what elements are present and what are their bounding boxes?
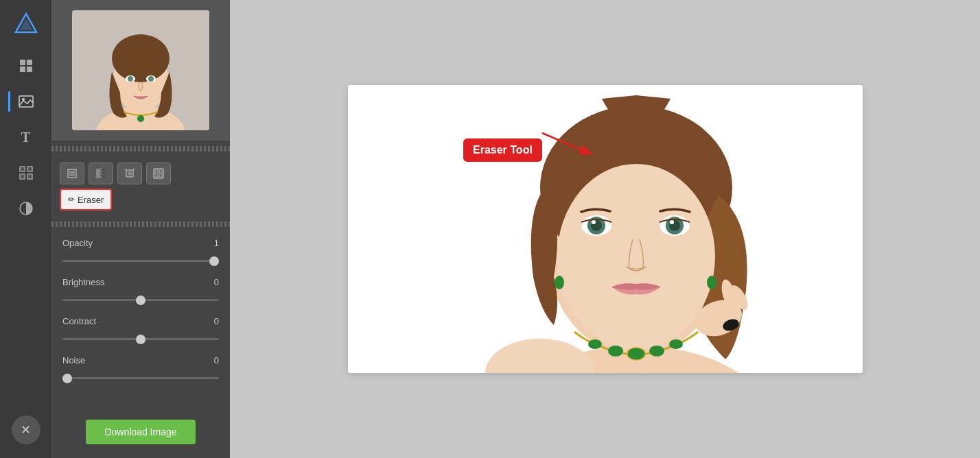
app-logo[interactable] bbox=[11, 8, 41, 38]
svg-point-58 bbox=[555, 276, 564, 289]
eraser-icon: ✏ bbox=[68, 195, 75, 204]
svg-rect-2 bbox=[20, 60, 25, 65]
opacity-label: Opacity bbox=[62, 238, 93, 248]
opacity-slider-row: Opacity 1 bbox=[62, 238, 219, 265]
eraser-tool-button[interactable]: ✏ Eraser bbox=[60, 189, 112, 210]
svg-point-64 bbox=[669, 339, 683, 349]
svg-rect-15 bbox=[28, 175, 32, 178]
panel-separator-1 bbox=[51, 146, 230, 152]
svg-point-24 bbox=[128, 76, 133, 82]
svg-line-35 bbox=[133, 169, 135, 170]
main-canvas: Eraser Tool bbox=[230, 0, 980, 458]
svg-rect-29 bbox=[96, 169, 100, 178]
noise-label: Noise bbox=[62, 355, 85, 365]
eraser-button-label: Eraser bbox=[78, 195, 104, 205]
svg-point-57 bbox=[670, 220, 674, 224]
canvas-area[interactable] bbox=[348, 85, 863, 373]
contrast-slider[interactable] bbox=[62, 338, 219, 340]
svg-rect-12 bbox=[21, 167, 24, 171]
sidebar-item-image[interactable] bbox=[11, 86, 41, 117]
svg-point-49 bbox=[557, 164, 715, 349]
left-panel: ✏ Eraser Opacity 1 Brightness 0 Contract… bbox=[51, 0, 230, 458]
svg-rect-30 bbox=[102, 169, 106, 178]
brightness-slider[interactable] bbox=[62, 299, 219, 301]
contrast-slider-row: Contract 0 bbox=[62, 316, 219, 343]
tool-buttons-row: ✏ Eraser bbox=[51, 157, 230, 216]
noise-value: 0 bbox=[214, 355, 219, 365]
icon-bar: T ✕ bbox=[0, 0, 51, 458]
svg-point-62 bbox=[627, 348, 645, 360]
noise-slider[interactable] bbox=[62, 377, 219, 379]
brightness-slider-row: Brightness 0 bbox=[62, 277, 219, 304]
contrast-value: 0 bbox=[214, 316, 219, 326]
portrait-svg bbox=[348, 85, 863, 373]
download-image-button[interactable]: Download Image bbox=[86, 420, 196, 444]
sliders-section: Opacity 1 Brightness 0 Contract 0 Noise … bbox=[51, 232, 230, 411]
panel-separator-2 bbox=[51, 221, 230, 227]
svg-point-53 bbox=[592, 220, 596, 224]
svg-rect-33 bbox=[128, 171, 132, 176]
crop-tool-button[interactable] bbox=[60, 162, 84, 184]
svg-point-63 bbox=[649, 346, 664, 357]
svg-rect-28 bbox=[69, 171, 75, 176]
image-preview bbox=[51, 0, 230, 141]
svg-rect-38 bbox=[159, 170, 162, 173]
resize-tool-button[interactable] bbox=[146, 162, 171, 184]
svg-rect-5 bbox=[27, 67, 32, 72]
svg-rect-13 bbox=[28, 167, 32, 171]
noise-slider-row: Noise 0 bbox=[62, 355, 219, 382]
sidebar-item-pattern[interactable] bbox=[11, 158, 41, 188]
preview-thumbnail bbox=[72, 10, 209, 130]
close-icon: ✕ bbox=[21, 422, 31, 437]
svg-point-59 bbox=[707, 276, 716, 289]
opacity-slider[interactable] bbox=[62, 260, 219, 262]
svg-rect-37 bbox=[155, 170, 158, 173]
svg-point-25 bbox=[148, 76, 154, 82]
sidebar-item-contrast[interactable] bbox=[11, 193, 41, 224]
flip-tool-button[interactable] bbox=[89, 162, 113, 184]
opacity-value: 1 bbox=[214, 238, 219, 248]
svg-rect-40 bbox=[159, 174, 162, 177]
svg-rect-3 bbox=[27, 60, 32, 65]
svg-rect-14 bbox=[21, 175, 24, 178]
svg-point-26 bbox=[137, 115, 144, 122]
svg-rect-39 bbox=[155, 174, 158, 177]
rotate-tool-button[interactable] bbox=[117, 162, 142, 184]
download-section: Download Image bbox=[51, 411, 230, 458]
svg-point-60 bbox=[588, 339, 602, 349]
svg-point-61 bbox=[608, 346, 623, 357]
svg-line-34 bbox=[125, 169, 126, 170]
svg-point-21 bbox=[112, 34, 170, 82]
close-button[interactable]: ✕ bbox=[12, 415, 40, 444]
brightness-label: Brightness bbox=[62, 277, 104, 287]
svg-rect-4 bbox=[20, 67, 25, 72]
sidebar-item-grid[interactable] bbox=[11, 51, 41, 81]
brightness-value: 0 bbox=[214, 277, 219, 287]
sidebar-item-text[interactable]: T bbox=[11, 122, 41, 152]
contrast-label: Contract bbox=[62, 316, 96, 326]
